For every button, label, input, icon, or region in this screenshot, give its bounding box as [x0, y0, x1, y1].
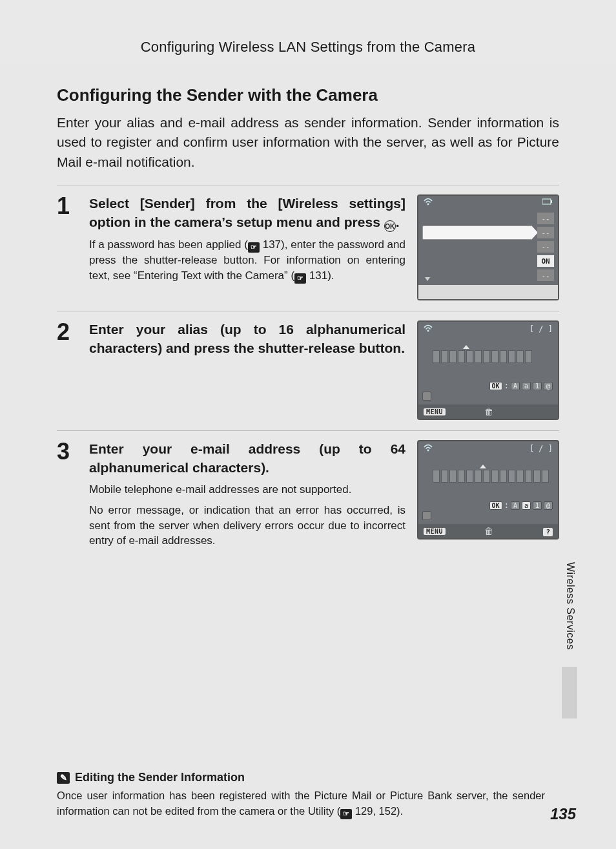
step-desc: No error message, or indication that an …	[89, 503, 406, 549]
t: 129, 152).	[352, 805, 403, 817]
battery-icon	[542, 198, 553, 207]
svg-point-4	[427, 449, 429, 451]
footnote-body: Once user information has been registere…	[57, 788, 545, 819]
svg-rect-2	[551, 200, 552, 203]
t: Once user information has been registere…	[57, 790, 545, 817]
mode-chip: A	[511, 501, 520, 510]
camera-screen-text-entry: [ / ] OK: A a 1 @ MENU 🗑	[417, 320, 559, 420]
wifi-icon	[424, 198, 433, 207]
t: If a password has been applied (	[89, 238, 248, 251]
step-desc: Mobile telephone e-mail addresses are no…	[89, 482, 406, 498]
menu-label: MENU	[424, 408, 446, 415]
t: 131).	[306, 269, 334, 282]
menu-footer	[418, 285, 558, 299]
footnote: ✎Editing the Sender Information Once use…	[57, 771, 545, 819]
ok-chip: OK	[489, 382, 502, 390]
mode-chip: @	[544, 501, 553, 510]
menu-value: --	[537, 227, 554, 238]
wifi-icon	[424, 324, 433, 334]
side-tab-label: Wireless Services	[564, 562, 576, 650]
trash-icon: 🗑	[484, 406, 493, 417]
footnote-heading-text: Editing the Sender Information	[75, 771, 245, 784]
camera-screen-text-entry: [ / ] OK: A a 1 @ MENU 🗑	[417, 440, 559, 540]
mode-chip: a	[522, 382, 531, 390]
char-counter: [ / ]	[529, 444, 553, 453]
side-tab-block	[562, 667, 577, 718]
help-icon: ?	[543, 528, 553, 536]
upload-icon	[422, 392, 431, 401]
scroll-down-icon	[425, 277, 430, 281]
page-header: Configuring Wireless LAN Settings from t…	[0, 0, 616, 65]
menu-selection	[422, 225, 532, 240]
step-title: Enter your alias (up to 16 alphanumerica…	[89, 320, 406, 357]
trash-icon: 🗑	[484, 526, 493, 536]
step-3: 3 Enter your e-mail address (up to 64 al…	[57, 430, 559, 564]
mode-chip: @	[544, 382, 553, 390]
step-title: Select [Sender] from the [Wireless setti…	[89, 194, 406, 232]
camera-screen-menu: -- -- -- ON --	[417, 194, 559, 300]
step-number: 1	[57, 194, 79, 218]
footnote-heading: ✎Editing the Sender Information	[57, 771, 545, 784]
step-1: 1 Select [Sender] from the [Wireless set…	[57, 185, 559, 311]
menu-value-on: ON	[537, 255, 554, 267]
mode-chip: A	[511, 382, 520, 390]
svg-point-3	[427, 330, 429, 331]
svg-point-0	[427, 203, 429, 205]
step-title-b: .	[396, 215, 400, 229]
mode-chip-active: a	[522, 501, 531, 510]
step-desc: If a password has been applied (☞ 137), …	[89, 237, 406, 283]
ok-chip: OK	[489, 501, 502, 510]
menu-value: --	[537, 269, 554, 281]
ok-icon: OK	[384, 220, 396, 232]
page-ref-icon: ☞	[294, 273, 306, 284]
step-2: 2 Enter your alias (up to 16 alphanumeri…	[57, 311, 559, 430]
svg-rect-1	[542, 199, 551, 204]
menu-value: --	[537, 213, 554, 224]
mode-chip: 1	[533, 382, 542, 390]
header-title: Configuring Wireless LAN Settings from t…	[141, 39, 475, 56]
mode-chip: 1	[533, 501, 542, 510]
page-number: 135	[550, 805, 576, 823]
char-counter: [ / ]	[529, 324, 553, 333]
section-intro: Enter your alias and e-mail address as s…	[57, 113, 559, 172]
page-ref-icon: ☞	[248, 242, 260, 253]
menu-label: MENU	[424, 528, 446, 535]
step-title: Enter your e-mail address (up to 64 alph…	[89, 440, 406, 477]
upload-icon	[422, 511, 431, 520]
section-heading: Configuring the Sender with the Camera	[57, 85, 559, 105]
step-title-a: Select [Sender] from the [Wireless setti…	[89, 196, 406, 229]
text-entry-cells	[433, 470, 549, 483]
page-ref-icon: ☞	[340, 809, 352, 819]
step-number: 2	[57, 320, 79, 344]
text-entry-cells	[433, 350, 532, 363]
wifi-icon	[424, 444, 433, 454]
menu-value: --	[537, 241, 554, 253]
note-icon: ✎	[57, 772, 70, 784]
step-number: 3	[57, 440, 79, 463]
